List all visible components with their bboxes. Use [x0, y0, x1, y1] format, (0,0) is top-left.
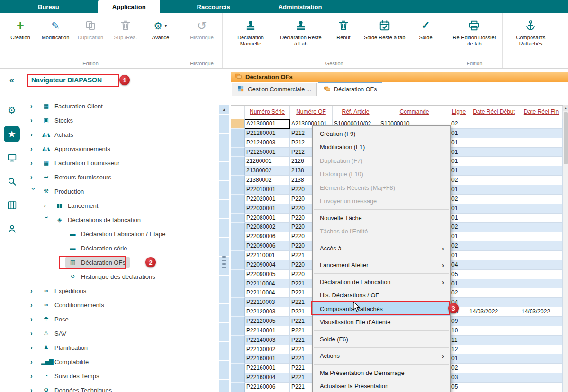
nav-item-sav[interactable]: ›⚠SAV [24, 326, 218, 340]
row-selector[interactable] [231, 241, 245, 251]
panel-splitter[interactable]: ▲ [218, 69, 231, 392]
vertical-scrollbar[interactable]: ▲ [563, 105, 568, 392]
collapse-sidebar-icon[interactable]: « [9, 75, 14, 85]
nav-item-suivi-des-temps[interactable]: ›◔Suivi des Temps [24, 369, 218, 383]
row-selector[interactable] [231, 279, 245, 289]
document-tab-gestion-commerciale[interactable]: Gestion Commerciale ... [232, 83, 317, 96]
chevron-down-icon[interactable]: › [30, 188, 37, 196]
ribbon-button-solde[interactable]: ✓ Solde [408, 17, 443, 41]
row-selector[interactable] [231, 288, 245, 298]
settings-icon[interactable]: ⚙ [4, 102, 20, 118]
chevron-right-icon[interactable]: › [30, 301, 39, 309]
scroll-up-icon[interactable]: ▲ [563, 105, 568, 111]
nav-item-declaration-serie[interactable]: ▬Déclaration série [24, 241, 218, 255]
chevron-right-icon[interactable]: › [44, 202, 52, 209]
row-selector[interactable] [231, 260, 245, 270]
row-selector[interactable] [231, 129, 245, 138]
board-icon[interactable] [4, 197, 20, 213]
nav-item-conditionnements[interactable]: ›∞Conditionnements [24, 298, 218, 312]
context-menu-item-ma-presentation-de-demarrage[interactable]: Ma Présentation de Démarrage [313, 366, 450, 380]
user-icon[interactable] [4, 221, 20, 237]
ribbon-button-declaration-reste-a-fab[interactable]: Déclaration Reste à Fab [276, 17, 326, 47]
row-selector[interactable] [231, 307, 245, 317]
nav-item-achats[interactable]: ›◭◮Achats [24, 127, 218, 142]
context-menu-item-acces-a[interactable]: Accès à › [313, 241, 450, 255]
row-selector[interactable] [231, 232, 245, 241]
row-selector[interactable] [231, 214, 245, 223]
column-header-numero-of[interactable]: Numéro OF [290, 106, 333, 119]
row-selector[interactable] [231, 204, 245, 214]
document-tab-declaration-ofs[interactable]: Déclaration OFs [318, 82, 382, 96]
row-selector[interactable] [231, 317, 245, 326]
chevron-right-icon[interactable]: › [30, 159, 39, 167]
nav-item-retours-fournisseurs[interactable]: ›↩Retours fournisseurs [24, 170, 218, 184]
nav-item-comptabilite[interactable]: ›▂▅▇Comptabilité [24, 355, 218, 369]
nav-item-declarations-de-fabrication[interactable]: ›◈Déclarations de fabrication [24, 213, 218, 227]
nav-item-production[interactable]: ›⚒Production [24, 184, 218, 198]
row-selector[interactable] [231, 223, 245, 232]
ribbon-button-solde-reste-a-fab[interactable]: Solde Reste à fab [361, 17, 408, 41]
column-header-commande[interactable]: Commande [379, 106, 450, 119]
nav-item-facturation-fournisseur[interactable]: ›▦Facturation Fournisseur [24, 156, 218, 170]
row-selector[interactable] [231, 373, 245, 383]
row-selector[interactable] [231, 270, 245, 279]
chevron-right-icon[interactable]: › [30, 344, 39, 351]
nav-item-donnees-techniques[interactable]: ›⚙Données Techniques [24, 383, 218, 392]
context-menu-item-his-declarations-of[interactable]: His. Déclarations / OF [313, 289, 450, 303]
menu-tab-application[interactable]: Application [98, 0, 160, 13]
row-selector[interactable] [231, 119, 245, 129]
context-menu-item-modification-f1[interactable]: Modification (F1) [313, 141, 450, 154]
row-selector[interactable] [231, 251, 245, 260]
splitter-collapse-icon[interactable]: ▲ [222, 107, 226, 112]
row-selector[interactable] [231, 345, 245, 355]
ribbon-button-rebut[interactable]: Rebut [326, 17, 361, 41]
nav-item-lancement[interactable]: ›▮▮Lancement [24, 198, 218, 213]
row-selector[interactable] [231, 148, 245, 157]
chevron-right-icon[interactable]: › [30, 358, 39, 365]
row-selector[interactable] [231, 185, 245, 195]
chevron-right-icon[interactable]: › [30, 330, 39, 337]
context-menu-item-actions[interactable]: Actions › [313, 349, 450, 363]
chevron-right-icon[interactable]: › [30, 315, 39, 323]
splitter-grip[interactable] [222, 256, 226, 268]
column-header-ligne[interactable]: Ligne [450, 106, 468, 119]
menu-tab-raccourcis[interactable]: Raccourcis [187, 0, 241, 13]
context-menu-item-declaration-de-fabrication[interactable]: Déclaration de Fabrication › [313, 275, 450, 289]
chevron-right-icon[interactable]: › [30, 372, 39, 380]
ribbon-button-creation[interactable]: + Création [3, 17, 38, 41]
row-selector[interactable] [231, 383, 245, 392]
nav-item-pose[interactable]: ›☂Pose [24, 312, 218, 326]
row-selector[interactable] [231, 336, 245, 345]
nav-item-facturation-client[interactable]: ›▦Facturation Client [24, 99, 218, 113]
ribbon-button-re-edition-dossier-de-fab[interactable]: Ré-Edition Dossier de fab [449, 17, 499, 47]
chevron-down-icon[interactable]: › [43, 216, 51, 225]
context-menu-item-actualiser-la-presentation[interactable]: Actualiser la Présentation [313, 380, 450, 392]
column-header-ref-article[interactable]: Réf. Article [333, 106, 379, 119]
row-selector[interactable] [231, 364, 245, 373]
context-menu-item-lancement-atelier[interactable]: Lancement Atelier › [313, 258, 450, 272]
column-header-date-reel-fin[interactable]: Date Réel Fin [520, 106, 563, 119]
ribbon-button-declaration-manuelle[interactable]: Déclaration Manuelle [225, 17, 276, 47]
search-icon[interactable] [4, 173, 20, 189]
row-selector[interactable] [231, 176, 245, 185]
ribbon-button-modification[interactable]: ✎ Modification [38, 17, 73, 41]
row-selector[interactable] [231, 138, 245, 148]
context-menu-item-visualisation-file-d-attente[interactable]: Visualisation File d'Attente [313, 316, 450, 330]
column-header-numero-serie[interactable]: Numéro Série [245, 106, 290, 119]
chevron-right-icon[interactable]: › [30, 386, 39, 392]
chevron-right-icon[interactable]: › [30, 145, 39, 152]
row-selector[interactable] [231, 166, 245, 176]
nav-item-planification[interactable]: ›♟Planification [24, 340, 218, 355]
nav-item-historique-des-declarations[interactable]: ↺Historique des déclarations [24, 269, 218, 284]
favorites-icon[interactable]: ★ [4, 126, 20, 142]
nav-item-approvisionnements[interactable]: ›◭◮Approvisionnements [24, 142, 218, 156]
chevron-right-icon[interactable]: › [30, 173, 39, 181]
ribbon-button-avance[interactable]: ⚙▼ Avancé [143, 17, 178, 41]
chevron-right-icon[interactable]: › [30, 102, 39, 110]
row-selector[interactable] [231, 354, 245, 364]
scrollbar-thumb[interactable] [564, 112, 568, 164]
desktop-icon[interactable] [4, 150, 20, 166]
ribbon-button-composants-rattaches[interactable]: Composants Rattachés [505, 17, 556, 47]
row-selector[interactable] [231, 195, 245, 204]
chevron-right-icon[interactable]: › [30, 287, 39, 294]
